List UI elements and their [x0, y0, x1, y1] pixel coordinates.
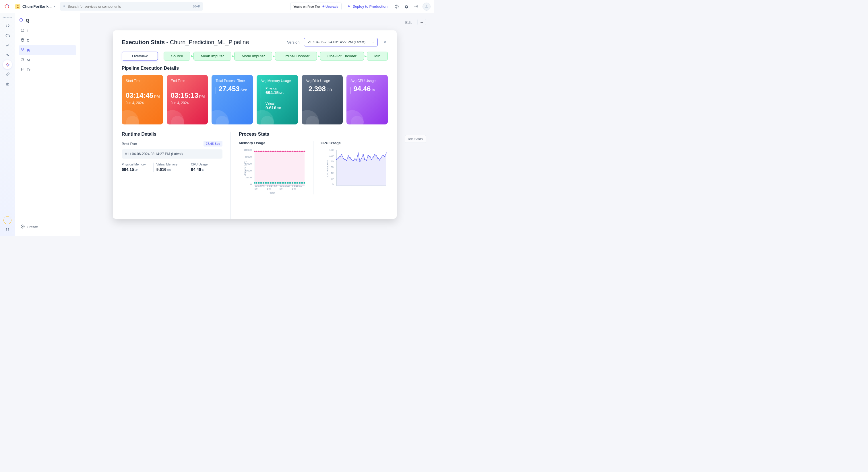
users-icon: [21, 58, 24, 62]
sidenav-label: H: [27, 29, 29, 33]
runtime-version[interactable]: V1 / 04-06-2024 03:14:27 PM (Latest): [122, 149, 222, 159]
close-button[interactable]: ✕: [382, 39, 388, 45]
rail-item-integrations[interactable]: [3, 50, 12, 59]
cpu-chart-title: CPU Usage: [321, 141, 388, 145]
bell-button[interactable]: [403, 3, 410, 10]
stage-ordinal[interactable]: Ordinal Encoder: [275, 52, 317, 61]
metric-unit: GB: [167, 169, 171, 171]
flag-icon: [21, 67, 24, 72]
rocket-icon: [347, 4, 351, 9]
version-label: Version: [287, 40, 299, 44]
search-kbd: ⌘+K: [193, 5, 200, 8]
bg-more[interactable]: •••: [417, 19, 426, 25]
stage-min[interactable]: Min: [367, 52, 388, 61]
sidenav-item-pipelines[interactable]: Pi: [19, 45, 76, 55]
svg-point-52: [386, 153, 387, 154]
card-label: Avg Memory Usage: [260, 79, 294, 83]
usage-ring[interactable]: [3, 216, 11, 224]
sidenav-item-data[interactable]: D: [19, 36, 76, 45]
sidenav-item-events[interactable]: Er: [19, 65, 76, 74]
topbar: C ChurnForBank... ▾ ⌘+K You're on Free T…: [0, 0, 434, 13]
create-button[interactable]: Create: [19, 222, 76, 232]
avatar[interactable]: [423, 3, 431, 11]
stage-mean[interactable]: Mean Imputer: [193, 52, 231, 61]
execution-stats-modal: Execution Stats - Churn_Prediction_ML_Pi…: [113, 30, 397, 219]
svg-point-51: [384, 156, 385, 157]
home-icon: [21, 28, 24, 33]
search-box[interactable]: ⌘+K: [60, 2, 203, 11]
modal-title: Execution Stats - Churn_Prediction_ML_Pi…: [122, 39, 249, 45]
svg-point-50: [382, 155, 383, 156]
rail-item-cloud[interactable]: [3, 31, 12, 40]
rail-item-links[interactable]: [3, 70, 12, 79]
title-prefix: Execution Stats -: [122, 39, 170, 45]
svg-point-23: [338, 158, 339, 158]
runtime-metrics: Physical Memory 694.15MB Virtual Memory …: [122, 163, 222, 172]
metric-unit: %: [202, 169, 204, 171]
sidenav-title: Q: [26, 18, 29, 23]
rail-item-pipelines[interactable]: [3, 60, 12, 69]
bg-stats-btn[interactable]: ion Stats: [405, 135, 426, 143]
svg-point-40: [366, 160, 367, 161]
svg-point-33: [354, 158, 355, 159]
sidenav-icon: [19, 18, 24, 23]
svg-rect-12: [6, 229, 7, 231]
brand-logo[interactable]: [3, 3, 10, 10]
card-total-time: Total Process Time 27.453Sec: [212, 75, 253, 125]
rail-item-code[interactable]: [3, 21, 12, 30]
sidenav-item-models[interactable]: M: [19, 55, 76, 65]
stage-overview[interactable]: Overview: [122, 52, 158, 61]
card-end-time: End Time 03:15:13PM Jun 4, 2024: [167, 75, 208, 125]
pipeline-icon: [21, 48, 24, 53]
sidenav-label: D: [27, 38, 29, 43]
svg-point-4: [415, 6, 417, 7]
sidenav-item-home[interactable]: H: [19, 26, 76, 36]
title-name: Churn_Prediction_ML_Pipeline: [170, 39, 249, 45]
settings-button[interactable]: [413, 3, 420, 10]
project-selector[interactable]: C ChurnForBank... ▾: [13, 3, 57, 10]
metric-value: 94.46: [191, 167, 201, 172]
upgrade-link[interactable]: ✦ Upgrade: [322, 5, 338, 8]
svg-point-34: [356, 160, 357, 161]
stage-mode[interactable]: Mode Imputer: [234, 52, 272, 61]
help-button[interactable]: [393, 3, 400, 10]
search-icon: [63, 5, 66, 8]
sidenav: Q H D Pi M Er Create: [15, 13, 80, 236]
card-unit: PM: [154, 94, 160, 99]
stage-onehot[interactable]: One-Hot Encoder: [320, 52, 364, 61]
metric-cpu: CPU Usage 94.46%: [188, 163, 222, 172]
svg-point-37: [361, 158, 362, 159]
card-memory: Avg Memory Usage Physical 694.15MB Virtu…: [257, 75, 298, 125]
card-unit: Sec: [241, 88, 247, 92]
svg-point-48: [379, 160, 380, 161]
svg-point-42: [369, 156, 370, 157]
rail-item-bot[interactable]: [3, 79, 12, 89]
card-label: Total Process Time: [216, 79, 249, 83]
svg-point-24: [339, 156, 340, 157]
mem-physical-unit: MB: [279, 92, 284, 95]
metric-label: Physical Memory: [122, 163, 150, 166]
memory-chart: Memory Usage Memory (MB) 10,0008,0006,00…: [239, 141, 306, 194]
search-input[interactable]: [68, 5, 191, 9]
svg-point-20: [23, 59, 24, 60]
version-value: V1 / 04-06-2024 03:14:27 PM (Latest): [308, 40, 365, 44]
svg-point-18: [22, 50, 23, 51]
svg-point-46: [376, 156, 377, 156]
card-label: Start Time: [126, 79, 159, 83]
runtime-title: Runtime Details: [122, 132, 222, 137]
rail-item-analytics[interactable]: [3, 40, 12, 49]
memory-chart-title: Memory Usage: [239, 141, 306, 145]
apps-icon[interactable]: [5, 227, 9, 232]
create-label: Create: [27, 225, 38, 229]
stage-source[interactable]: Source: [164, 52, 190, 61]
version-select[interactable]: V1 / 04-06-2024 03:14:27 PM (Latest) ⌄: [304, 38, 378, 46]
sidenav-label: Er: [27, 68, 30, 72]
cpu-plot: [336, 150, 386, 186]
process-title: Process Stats: [239, 132, 388, 137]
svg-rect-11: [8, 228, 9, 229]
metric-value: 694.15: [122, 167, 134, 172]
card-value: 94.46: [353, 85, 371, 93]
deploy-button[interactable]: Deploy to Production: [344, 3, 391, 11]
bg-edit[interactable]: Edit: [402, 19, 414, 26]
svg-point-16: [21, 48, 22, 49]
